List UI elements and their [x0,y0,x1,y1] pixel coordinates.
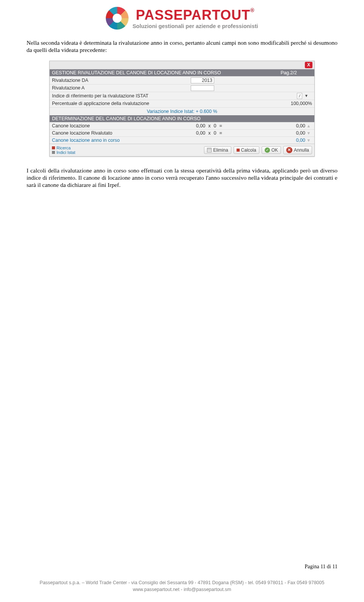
riv-op1: x [208,130,210,136]
brand-subtitle: Soluzioni gestionali per aziende e profe… [132,23,258,29]
brand-name-text: PASSEPARTOUT [136,7,250,23]
trash-icon [207,148,212,152]
row-percentuale: Percentuale di applicazione della rivalu… [50,100,314,107]
section-1-title: GESTIONE RIVALUTAZIONE DEL CANONE DI LOC… [52,70,221,75]
value-riv-a[interactable] [191,85,214,91]
calcola-label: Calcola [241,147,256,153]
loc-v2: 0 [214,123,217,129]
x-icon: ✕ [286,147,292,153]
app-screenshot: X GESTIONE RIVALUTAZIONE DEL CANONE DI L… [49,61,315,157]
row-variazione-istat: Variazione Indice Istat: + 0.600 % [50,107,314,115]
indici-label: Indici Istat [56,150,75,155]
riv-op2: = [220,130,222,136]
label-indice: Indice di riferimento per la rivalutazio… [52,93,211,99]
square-icon-grey [52,151,55,154]
section-1-page: Pag.2/2 [281,70,312,75]
scroll-up-icon[interactable]: ▲ [305,124,312,128]
calcola-button[interactable]: Calcola [234,146,259,154]
page-number: Pagina 11 di 11 [305,564,337,570]
corso-result: 0,00 [279,138,305,143]
brand-reg: ® [250,7,254,13]
section-1-header: GESTIONE RIVALUTAZIONE DEL CANONE DI LOC… [50,69,314,76]
ok-button[interactable]: ✓ OK [262,146,281,154]
ok-label: OK [271,147,278,153]
section-2-title: DETERMINAZIONE DEL CANONE DI LOCAZIONE A… [52,116,201,121]
riv-v1: 0,00 [196,130,205,136]
date-field[interactable]: / [297,93,302,99]
square-icon-red [52,146,55,149]
scroll-down-icon[interactable]: ▼ [305,131,312,135]
close-button[interactable]: X [305,62,312,68]
label-riv-da: Rivalutazione DA [52,78,188,83]
value-percent: 100,000% [291,101,312,106]
row-rivalutazione-a: Rivalutazione A [50,84,314,92]
row-rivalutazione-da: Rivalutazione DA 2013 [50,76,314,84]
page-header: PASSEPARTOUT® Soluzioni gestionali per a… [0,0,364,31]
loc-v1: 0,00 [196,123,205,129]
label-canone-loc: Canone locazione [52,123,181,129]
red-dot-icon [237,149,240,152]
riv-v2: 0 [214,130,217,136]
label-percent: Percentuale di applicazione della rivalu… [52,101,211,106]
loc-op1: x [208,123,210,129]
loc-op2: = [220,123,222,129]
elimina-label: Elimina [213,147,228,153]
ricerca-label: Ricerca [56,146,71,150]
titlebar: X [50,61,314,69]
row-indice-istat: Indice di riferimento per la rivalutazio… [50,92,314,100]
label-riv-a: Rivalutazione A [52,85,188,91]
bottom-left-links: Ricerca Indici Istat [52,146,75,155]
check-icon: ✓ [265,147,270,153]
scroll-down2-icon[interactable]: ▼ [305,138,312,143]
section-2-header: DETERMINAZIONE DEL CANONE DI LOCAZIONE A… [50,115,314,122]
link-ricerca[interactable]: Ricerca [52,146,75,150]
paragraph-2: I calcoli della rivalutazione anno in co… [0,166,364,189]
bottom-bar: Ricerca Indici Istat Elimina Calcola ✓ [50,144,314,156]
label-canone-riv: Canone locazione Rivalutato [52,130,181,136]
label-canone-corso[interactable]: Canone locazione anno in corso [52,138,181,143]
elimina-button[interactable]: Elimina [204,146,231,154]
row-canone-anno-corso: Canone locazione anno in corso 0,00 ▼ [50,136,314,144]
page-footer: Passepartout s.p.a. – World Trade Center… [0,580,364,593]
row-canone-rivalutato: Canone locazione Rivalutato 0,00 x 0 = 0… [50,129,314,136]
footer-line-2: www.passepartout.net - info@passepartout… [0,586,364,593]
loc-result: 0,00 [279,123,305,129]
row-canone-locazione: Canone locazione 0,00 x 0 = 0,00 ▲ [50,122,314,129]
riv-result: 0,00 [279,130,305,136]
annulla-label: Annulla [294,147,309,153]
value-riv-da[interactable]: 2013 [191,77,214,83]
chevron-down-icon[interactable]: ▼ [304,94,308,98]
annulla-button[interactable]: ✕ Annulla [283,146,312,154]
paragraph-1: Nella seconda videata è determinata la r… [0,31,364,54]
logo-icon [106,7,129,30]
link-indici-istat[interactable]: Indici Istat [52,150,75,155]
brand-name: PASSEPARTOUT® [132,7,258,23]
footer-line-1: Passepartout s.p.a. – World Trade Center… [0,580,364,586]
